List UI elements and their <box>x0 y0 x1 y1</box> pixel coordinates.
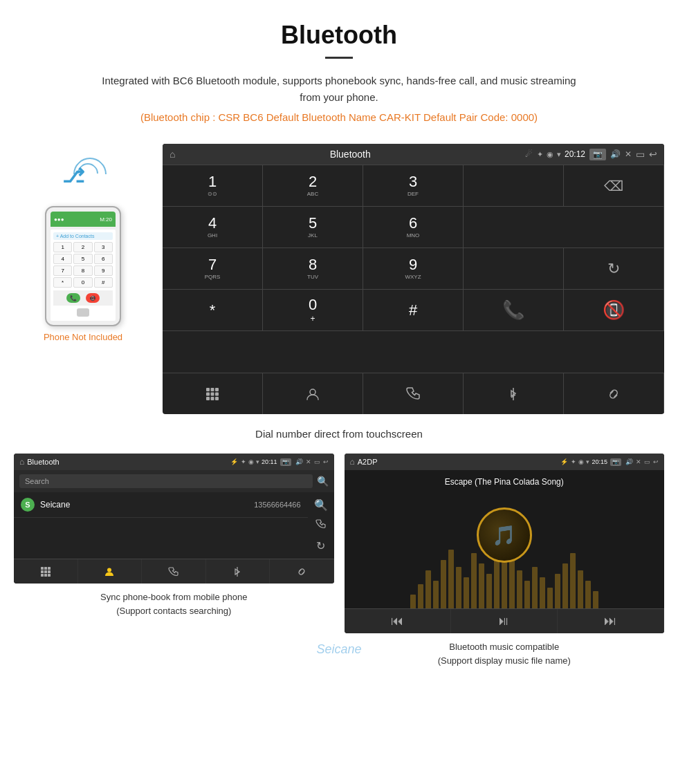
phone-keypad: 1 2 3 4 5 6 7 8 9 * 0 # <box>53 242 113 288</box>
vis-bar <box>562 563 568 608</box>
page-header: Bluetooth Integrated with BC6 Bluetooth … <box>0 0 678 130</box>
pb-right-search[interactable]: 🔍 <box>312 496 330 514</box>
music-cam[interactable]: 📷 <box>610 458 621 466</box>
dial-endcall-btn[interactable]: 📵 <box>564 290 664 331</box>
phone-status-time: M:20 <box>100 216 112 223</box>
dial-key-6[interactable]: 6 MNO <box>363 207 464 248</box>
phone-not-included-label: Phone Not Included <box>44 332 122 342</box>
phone-call-btn: 📞 <box>66 293 80 303</box>
pb-action-bt[interactable] <box>206 559 271 584</box>
action-keypad[interactable] <box>163 373 263 414</box>
vis-bar <box>585 581 591 608</box>
volume-icon[interactable]: 🔊 <box>610 149 621 159</box>
vis-bar <box>418 584 423 608</box>
dial-keypad-grid: 1 ⊙⊙ 2 ABC 3 DEF ⌫ 4 GHI 5 JKL <box>163 165 664 373</box>
svg-rect-17 <box>41 574 44 577</box>
vis-bar <box>456 567 461 608</box>
dial-key-8[interactable]: 8 TUV <box>263 248 363 290</box>
phone-status-dots: ●●● <box>54 216 64 223</box>
dial-key-7[interactable]: 7 PQRS <box>163 248 263 290</box>
dial-title: Bluetooth <box>179 149 521 160</box>
dial-key-4[interactable]: 4 GHI <box>163 207 263 248</box>
phone-display: + Add to Contacts 1 2 3 4 5 6 7 8 9 * 0 … <box>51 230 116 321</box>
dial-key-hash[interactable]: # <box>363 290 464 331</box>
pb-back[interactable]: ↩ <box>323 458 329 465</box>
search-icon-btn[interactable]: 🔍 <box>317 476 329 487</box>
music-play-pause[interactable]: ⏯ <box>451 609 558 633</box>
x-icon[interactable]: ✕ <box>625 149 632 159</box>
contact-row[interactable]: S Seicane 13566664466 <box>14 492 308 518</box>
vis-bar <box>517 570 522 608</box>
vis-bar <box>464 577 469 608</box>
camera-icon[interactable]: 📷 <box>589 149 606 160</box>
music-win[interactable]: ▭ <box>644 458 650 465</box>
music-back[interactable]: ↩ <box>653 458 659 465</box>
music-album-art: 🎵 <box>477 507 532 563</box>
vis-bar <box>448 550 454 608</box>
music-vol[interactable]: 🔊 <box>625 458 633 465</box>
pb-home-icon[interactable]: ⌂ <box>19 457 24 467</box>
action-bluetooth[interactable] <box>464 373 564 414</box>
music-title: A2DP <box>358 458 558 466</box>
pb-action-link[interactable] <box>270 559 334 584</box>
phonebook-statusbar: ⌂ Bluetooth ⚡ ✦ ◉ ▾ 20:11 📷 🔊 ✕ ▭ ↩ <box>14 454 334 470</box>
pb-vol[interactable]: 🔊 <box>295 458 303 465</box>
phone-top-bar: ●●● M:20 <box>51 212 116 227</box>
phone-key-star: * <box>53 277 72 288</box>
pb-right-call[interactable] <box>313 516 329 534</box>
dial-key-3[interactable]: 3 DEF <box>363 165 464 207</box>
music-next[interactable]: ⏭ <box>558 609 664 633</box>
contact-list: S Seicane 13566664466 <box>14 492 308 559</box>
svg-rect-6 <box>206 397 210 400</box>
dial-call-btn[interactable]: 📞 <box>464 290 564 331</box>
svg-rect-18 <box>44 574 47 577</box>
phone-end-btn: 📵 <box>86 293 100 303</box>
music-prev[interactable]: ⏮ <box>345 609 451 633</box>
dial-key-5[interactable]: 5 JKL <box>263 207 363 248</box>
phone-key-2: 2 <box>73 242 92 252</box>
dial-key-0[interactable]: 0 + <box>263 290 363 331</box>
dial-key-star[interactable]: * <box>163 290 263 331</box>
pb-action-phone[interactable] <box>142 559 206 584</box>
vis-bar <box>540 577 545 608</box>
vis-bar <box>410 595 416 608</box>
pb-right-refresh[interactable]: ↻ <box>314 537 327 554</box>
back-icon[interactable]: ↩ <box>649 149 657 160</box>
pb-win[interactable]: ▭ <box>314 458 320 465</box>
music-caption-line2: (Support display music file name) <box>438 655 571 666</box>
music-status-icons: ✦ ◉ ▾ 20:15 <box>571 458 607 465</box>
svg-rect-2 <box>215 388 219 391</box>
pb-action-grid[interactable] <box>14 559 78 584</box>
pb-cam[interactable]: 📷 <box>280 458 291 466</box>
svg-rect-16 <box>48 570 51 573</box>
dial-screen: ⌂ Bluetooth ☄ ✦ ◉ ▾ 20:12 📷 🔊 ✕ ▭ ↩ 1 ⊙⊙… <box>163 144 664 414</box>
action-phone[interactable] <box>363 373 464 414</box>
pb-x[interactable]: ✕ <box>306 458 311 465</box>
phonebook-block: ⌂ Bluetooth ⚡ ✦ ◉ ▾ 20:11 📷 🔊 ✕ ▭ ↩ <box>14 454 334 667</box>
vis-bar <box>509 560 515 608</box>
music-x[interactable]: ✕ <box>636 458 641 465</box>
vis-bar <box>494 557 500 608</box>
svg-rect-3 <box>206 392 210 395</box>
action-link[interactable] <box>564 373 664 414</box>
window-icon[interactable]: ▭ <box>636 149 645 160</box>
pb-loc: ◉ <box>248 458 254 465</box>
dial-key-9[interactable]: 9 WXYZ <box>363 248 464 290</box>
dial-key-2[interactable]: 2 ABC <box>263 165 363 207</box>
music-screen: ⌂ A2DP ⚡ ✦ ◉ ▾ 20:15 📷 🔊 ✕ ▭ ↩ <box>345 454 665 633</box>
phone-bottom-bar: 📞 📵 <box>53 290 113 306</box>
music-home-icon[interactable]: ⌂ <box>350 457 355 467</box>
dial-caption: Dial number direct from touchscreen <box>0 428 678 440</box>
wave2 <box>66 151 113 198</box>
vis-bar <box>441 560 446 608</box>
pb-action-user[interactable] <box>78 559 143 584</box>
dial-key-1[interactable]: 1 ⊙⊙ <box>163 165 263 207</box>
home-icon[interactable]: ⌂ <box>170 149 175 160</box>
bottom-screenshots: ⌂ Bluetooth ⚡ ✦ ◉ ▾ 20:11 📷 🔊 ✕ ▭ ↩ <box>0 454 678 667</box>
dial-delete-btn[interactable]: ⌫ <box>564 165 664 207</box>
dial-refresh-btn[interactable]: ↻ <box>564 248 664 290</box>
phonebook-bottom-bar <box>14 559 334 584</box>
action-contacts[interactable] <box>263 373 363 414</box>
search-input[interactable]: Search <box>19 474 313 488</box>
svg-rect-4 <box>211 392 214 395</box>
